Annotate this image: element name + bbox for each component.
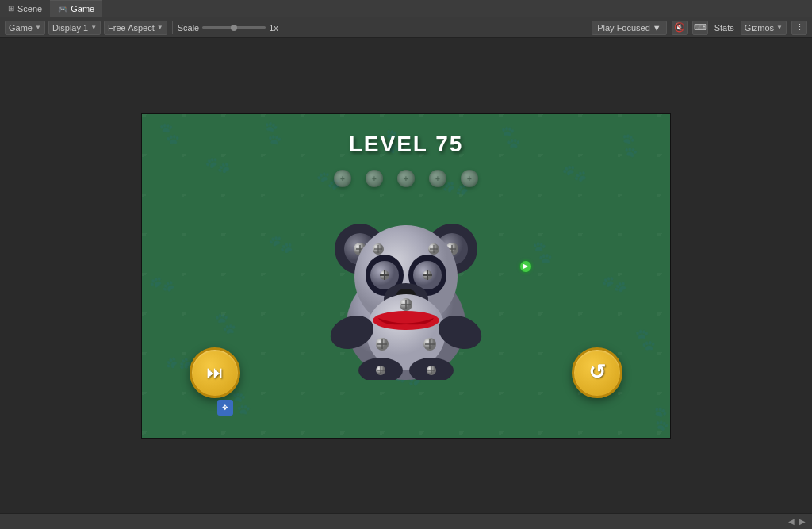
restart-button[interactable] — [572, 347, 622, 398]
status-bar: ◀ ▶ — [0, 513, 812, 529]
paw-18: 🐾 — [266, 231, 294, 258]
more-button[interactable]: ⋮ — [791, 21, 807, 35]
mute-icon: 🔇 — [674, 22, 685, 33]
tab-scene[interactable]: ⊞ Scene — [0, 0, 50, 17]
paw-14: 🐾 — [599, 269, 629, 298]
paw-17: 🐾 — [645, 402, 671, 435]
gizmos-arrow: ▼ — [776, 24, 783, 31]
paw-11: 🐾 — [212, 310, 239, 336]
aspect-dropdown-arrow: ▼ — [157, 24, 163, 31]
paw-10: 🐾 — [146, 268, 177, 298]
toolbar-right: Play Focused ▼ 🔇 ⌨ Stats Gizmos ▼ ⋮ — [592, 21, 807, 35]
play-focused-label: Play Focused — [597, 23, 650, 33]
play-focused-button[interactable]: Play Focused ▼ — [592, 21, 667, 35]
keyboard-button[interactable]: ⌨ — [692, 21, 708, 35]
level-title: LEVEL 75 — [349, 132, 464, 157]
scale-label: Scale — [178, 23, 200, 33]
play-focused-arrow: ▼ — [653, 23, 661, 33]
more-icon: ⋮ — [795, 22, 804, 33]
separator-1 — [172, 21, 173, 34]
game-viewport: 🐾 🐾 🐾 🐾 🐾 🐾 🐾 🐾 🐾 🐾 🐾 🐾 🐾 🐾 🐾 🐾 🐾 🐾 🐾 🐾 … — [141, 113, 671, 439]
paw-8: 🐾 — [560, 159, 588, 186]
tab-game-label: Game — [71, 4, 94, 13]
screw-3 — [397, 170, 415, 187]
display-dropdown[interactable]: Display 1 ▼ — [48, 21, 101, 35]
screw-2 — [366, 170, 383, 187]
keyboard-icon: ⌨ — [694, 22, 707, 33]
play-indicator-dot: ▶ — [520, 261, 531, 272]
paw-1: 🐾 — [155, 119, 184, 147]
drag-cursor-icon: ✥ — [217, 400, 233, 416]
toolbar: Game ▼ Display 1 ▼ Free Aspect ▼ Scale 1… — [0, 17, 812, 38]
tab-game[interactable]: 🎮 Game — [50, 0, 102, 17]
tab-bar: ⊞ Scene 🎮 Game — [0, 0, 812, 17]
game-dropdown[interactable]: Game ▼ — [5, 21, 45, 35]
scale-control: Scale 1x — [178, 23, 278, 33]
scene-icon: ⊞ — [8, 4, 14, 13]
stats-button[interactable]: Stats — [713, 23, 736, 33]
game-dropdown-label: Game — [9, 23, 33, 33]
aspect-dropdown-label: Free Aspect — [108, 23, 155, 33]
game-icon: 🎮 — [58, 5, 67, 13]
paw-2: 🐾 — [202, 150, 232, 179]
paw-15: 🐾 — [631, 325, 660, 353]
display-dropdown-arrow: ▼ — [90, 24, 97, 31]
screws-row — [334, 170, 478, 187]
paw-19: 🐾 — [527, 238, 557, 266]
gizmos-dropdown[interactable]: Gizmos ▼ — [741, 21, 787, 35]
main-area: 🐾 🐾 🐾 🐾 🐾 🐾 🐾 🐾 🐾 🐾 🐾 🐾 🐾 🐾 🐾 🐾 🐾 🐾 🐾 🐾 … — [0, 38, 812, 513]
scale-value: 1x — [269, 23, 278, 33]
paw-9: 🐾 — [614, 128, 646, 160]
display-dropdown-label: Display 1 — [52, 23, 88, 33]
status-prev-icon[interactable]: ◀ — [788, 517, 795, 526]
screw-4 — [429, 170, 446, 187]
status-next-icon[interactable]: ▶ — [799, 517, 806, 526]
gizmos-label: Gizmos — [745, 23, 774, 33]
screw-5 — [461, 170, 478, 187]
panda-character — [319, 190, 493, 380]
mute-button[interactable]: 🔇 — [672, 21, 688, 35]
tab-scene-label: Scene — [17, 4, 42, 13]
paw-7: 🐾 — [496, 122, 526, 151]
game-dropdown-arrow: ▼ — [35, 24, 41, 31]
skip-button[interactable] — [190, 347, 240, 398]
scale-slider[interactable] — [202, 26, 266, 29]
aspect-dropdown[interactable]: Free Aspect ▼ — [104, 21, 167, 35]
panda-svg — [319, 190, 493, 380]
scale-thumb — [231, 25, 237, 31]
screw-1 — [334, 170, 351, 187]
paw-3: 🐾 — [257, 117, 289, 148]
